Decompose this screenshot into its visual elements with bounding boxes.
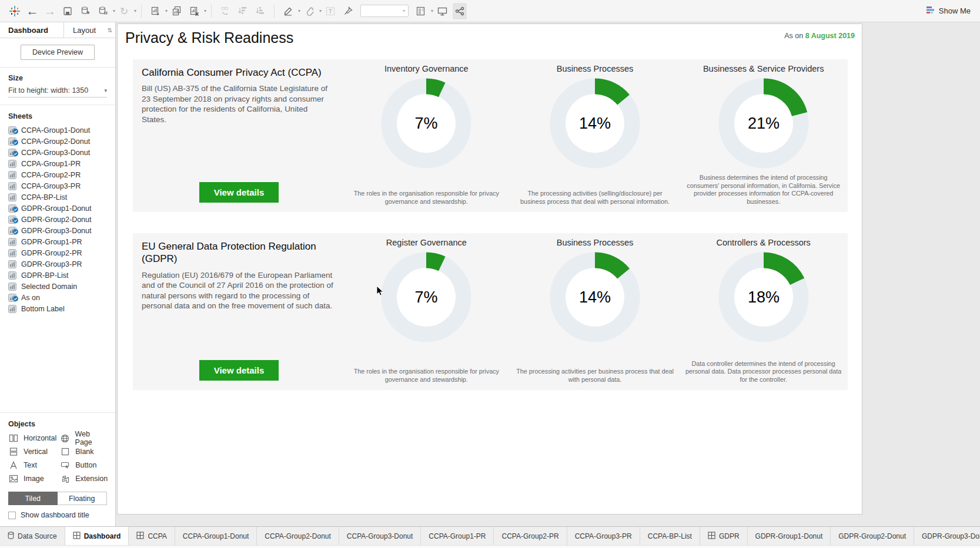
sheet-tab-gdpr-group1-donut[interactable]: GDPR-Group1-Donut bbox=[748, 527, 831, 545]
sheet-tab-ccpa-group1-donut[interactable]: CCPA-Group1-Donut bbox=[175, 527, 257, 545]
sheet-item[interactable]: GDPR-Group3-PR bbox=[8, 258, 115, 270]
donut-title: Controllers & Processors bbox=[717, 238, 811, 247]
object-item-horizontal[interactable]: Horizontal bbox=[8, 433, 56, 443]
data-source-icon bbox=[8, 532, 14, 541]
object-item-extension[interactable]: Extension bbox=[60, 474, 108, 483]
fit-selector-dropdown[interactable]: ▾ bbox=[360, 5, 409, 17]
undo-button[interactable]: ← bbox=[25, 3, 39, 19]
highlight-button[interactable] bbox=[281, 3, 295, 19]
object-item-vertical[interactable]: Vertical bbox=[8, 447, 56, 456]
worksheet-icon bbox=[8, 137, 16, 146]
run-auto-updates-caret[interactable]: ▾ bbox=[134, 8, 136, 14]
toolbar-separator bbox=[141, 5, 142, 18]
object-item-button[interactable]: Button bbox=[60, 460, 108, 470]
sheet-item[interactable]: GDPR-BP-List bbox=[8, 270, 115, 281]
show-dashboard-title-checkbox[interactable] bbox=[8, 512, 16, 519]
view-details-button[interactable]: View details bbox=[199, 360, 279, 381]
sheet-item[interactable]: GDPR-Group2-PR bbox=[8, 247, 115, 258]
sheet-item[interactable]: CCPA-BP-List bbox=[8, 191, 115, 203]
tab-label: CCPA-Group2-PR bbox=[501, 532, 558, 540]
donut-chart[interactable]: 7% bbox=[380, 77, 473, 170]
sheet-item[interactable]: GDPR-Group3-Donut bbox=[8, 225, 115, 236]
device-preview-button[interactable]: Device Preview bbox=[21, 45, 95, 60]
sheet-item[interactable]: GDPR-Group1-Donut bbox=[8, 203, 115, 214]
pane-collapse-icon[interactable]: ⇅ bbox=[105, 22, 115, 38]
donut-chart[interactable]: 14% bbox=[548, 77, 641, 170]
pause-auto-updates-button[interactable] bbox=[96, 3, 110, 19]
sheet-tab-data-source[interactable]: Data Source bbox=[0, 527, 65, 545]
sort-descending-button[interactable] bbox=[253, 3, 267, 19]
sheet-item[interactable]: CCPA-Group3-Donut bbox=[8, 147, 115, 158]
donut-percent-label: 21% bbox=[748, 115, 780, 132]
sheet-tab-gdpr[interactable]: GDPR bbox=[700, 527, 748, 545]
donut-chart[interactable]: 18% bbox=[717, 251, 810, 344]
highlight-caret[interactable]: ▾ bbox=[298, 8, 300, 14]
show-hide-cards-button[interactable] bbox=[414, 3, 428, 19]
toolbar-separator bbox=[274, 5, 275, 18]
object-item-text[interactable]: Text bbox=[8, 460, 56, 470]
sheet-tab-gdpr-group2-donut[interactable]: GDPR-Group2-Donut bbox=[831, 527, 914, 545]
tab-layout[interactable]: Layout bbox=[63, 22, 105, 38]
sheet-tab-ccpa-group1-pr[interactable]: CCPA-Group1-PR bbox=[421, 527, 494, 545]
new-worksheet-caret[interactable]: ▾ bbox=[165, 8, 168, 14]
duplicate-sheet-button[interactable] bbox=[169, 3, 183, 19]
donut-chart[interactable]: 7% bbox=[380, 251, 473, 344]
size-dropdown[interactable]: Fit to height: width: 1350 ▾ bbox=[8, 86, 107, 98]
clear-sheet-button[interactable] bbox=[187, 3, 201, 19]
sheet-name: GDPR-Group1-Donut bbox=[21, 204, 92, 213]
sheet-item[interactable]: Selected Domain bbox=[8, 281, 115, 292]
donut-chart[interactable]: 21% bbox=[717, 77, 810, 170]
redo-button[interactable]: → bbox=[43, 3, 57, 19]
sheet-item[interactable]: CCPA-Group3-PR bbox=[8, 180, 115, 191]
section-description: Regulation (EU) 2016/679 of the European… bbox=[142, 270, 336, 311]
sheet-item[interactable]: CCPA-Group1-PR bbox=[8, 158, 115, 169]
worksheet-icon bbox=[8, 294, 16, 302]
group-members-caret[interactable]: ▾ bbox=[319, 8, 322, 14]
object-item-blank[interactable]: Blank bbox=[60, 447, 108, 456]
tableau-logo-icon bbox=[8, 3, 22, 19]
tab-dashboard[interactable]: Dashboard bbox=[0, 22, 63, 38]
new-data-source-button[interactable] bbox=[78, 3, 92, 19]
sheet-item[interactable]: CCPA-Group2-PR bbox=[8, 169, 115, 180]
group-members-button[interactable] bbox=[302, 3, 316, 19]
share-button[interactable] bbox=[453, 3, 467, 19]
floating-button[interactable]: Floating bbox=[58, 492, 108, 505]
tiled-floating-toggle: Tiled Floating bbox=[8, 492, 107, 505]
donut-caption: The roles in the organisation responsibl… bbox=[346, 368, 507, 384]
sheet-name: CCPA-Group1-Donut bbox=[21, 126, 90, 135]
new-worksheet-button[interactable] bbox=[148, 3, 162, 19]
sheet-item[interactable]: Bottom Label bbox=[8, 303, 115, 314]
swap-rows-columns-button[interactable] bbox=[218, 3, 232, 19]
sheet-tab-ccpa-group3-pr[interactable]: CCPA-Group3-PR bbox=[567, 527, 640, 545]
object-item-image[interactable]: Image bbox=[8, 474, 56, 483]
used-in-dashboard-check-icon bbox=[13, 126, 18, 136]
sheet-tab-ccpa[interactable]: CCPA bbox=[129, 527, 175, 545]
sheet-tab-dashboard[interactable]: Dashboard bbox=[65, 527, 129, 545]
donut-percent-label: 14% bbox=[579, 288, 611, 306]
sheet-tab-gdpr-group3-donut[interactable]: GDPR-Group3-Donut bbox=[914, 527, 980, 545]
sheet-tab-ccpa-group3-donut[interactable]: CCPA-Group3-Donut bbox=[339, 527, 422, 545]
tiled-button[interactable]: Tiled bbox=[8, 492, 58, 505]
as-on-date: 8 August 2019 bbox=[805, 32, 855, 40]
sheet-tab-ccpa-bp-list[interactable]: CCPA-BP-List bbox=[640, 527, 700, 545]
sheet-tab-ccpa-group2-donut[interactable]: CCPA-Group2-Donut bbox=[257, 527, 339, 545]
sheet-item[interactable]: CCPA-Group1-Donut bbox=[8, 125, 115, 136]
save-button[interactable] bbox=[61, 3, 75, 19]
run-auto-updates-button[interactable]: ↻ bbox=[117, 3, 131, 19]
show-me-button[interactable]: Show Me bbox=[926, 6, 974, 16]
clear-sheet-caret[interactable]: ▾ bbox=[204, 8, 206, 14]
sheet-tab-ccpa-group2-pr[interactable]: CCPA-Group2-PR bbox=[494, 527, 567, 545]
object-item-webpage[interactable]: Web Page bbox=[60, 433, 108, 443]
sheet-item[interactable]: CCPA-Group2-Donut bbox=[8, 136, 115, 147]
donut-chart[interactable]: 14% bbox=[548, 251, 641, 344]
sheet-item[interactable]: As on bbox=[8, 292, 115, 303]
view-details-button[interactable]: View details bbox=[199, 182, 279, 203]
sheet-item[interactable]: GDPR-Group1-PR bbox=[8, 236, 115, 247]
pause-auto-updates-caret[interactable]: ▾ bbox=[113, 8, 115, 14]
sheet-item[interactable]: GDPR-Group2-Donut bbox=[8, 214, 115, 225]
fix-axes-button[interactable] bbox=[341, 3, 355, 19]
presentation-mode-button[interactable] bbox=[435, 3, 449, 19]
show-hide-cards-caret[interactable]: ▾ bbox=[431, 8, 433, 14]
sort-ascending-button[interactable] bbox=[236, 3, 250, 19]
show-mark-labels-button[interactable] bbox=[323, 3, 337, 19]
